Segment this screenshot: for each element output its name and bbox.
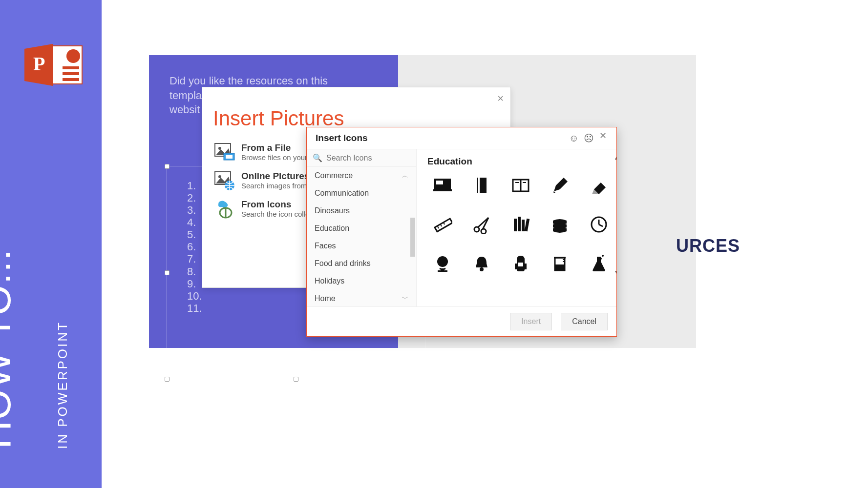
- background-resources-text: URCES: [676, 236, 740, 256]
- option-from-file-desc: Browse files on your c: [241, 153, 313, 162]
- feedback-happy-icon[interactable]: ☺: [569, 133, 579, 144]
- svg-marker-26: [553, 191, 556, 193]
- svg-rect-50: [525, 264, 527, 269]
- category-faces[interactable]: Faces: [307, 237, 416, 255]
- search-input[interactable]: [326, 154, 424, 163]
- svg-line-31: [441, 224, 442, 226]
- category-communication[interactable]: Communication: [307, 184, 416, 202]
- svg-rect-52: [555, 264, 565, 270]
- category-holidays[interactable]: Holidays: [307, 272, 416, 290]
- close-icon[interactable]: ✕: [595, 126, 611, 145]
- svg-rect-39: [522, 220, 525, 231]
- svg-rect-29: [435, 219, 452, 232]
- category-sidebar: 🔍 Commerce︿ Communication Dinosaurs Educ…: [307, 149, 417, 306]
- open-book-icon[interactable]: [506, 173, 536, 198]
- clock-icon[interactable]: [584, 212, 614, 237]
- left-brand-band: P HOW TO... IN POWERPOINT: [0, 0, 102, 488]
- svg-point-57: [602, 255, 604, 257]
- svg-point-34: [481, 229, 486, 234]
- svg-rect-40: [525, 219, 529, 232]
- svg-rect-4: [63, 78, 79, 81]
- scissors-icon[interactable]: [466, 212, 497, 237]
- beaker-icon[interactable]: [545, 251, 575, 276]
- howto-title: HOW TO...: [0, 248, 20, 449]
- option-icons-label: From Icons: [241, 199, 313, 210]
- option-icons-desc: Search the icon collec: [241, 210, 313, 218]
- svg-rect-18: [433, 189, 452, 191]
- scroll-down-icon[interactable]: ▾: [613, 268, 616, 275]
- svg-line-30: [438, 226, 439, 228]
- option-online-desc: Search images from o: [241, 182, 313, 190]
- powerpoint-logo-icon: P: [24, 43, 85, 87]
- chevron-down-icon: ﹀: [402, 294, 408, 303]
- howto-subtitle: IN POWERPOINT: [55, 321, 70, 449]
- category-dinosaurs[interactable]: Dinosaurs: [307, 202, 416, 220]
- svg-rect-3: [63, 72, 79, 75]
- svg-point-1: [66, 49, 80, 63]
- selected-category-title: Education: [427, 156, 614, 167]
- svg-rect-37: [514, 219, 517, 231]
- scroll-up-icon[interactable]: ▴: [613, 154, 616, 161]
- svg-line-32: [444, 223, 445, 224]
- file-picture-icon: [214, 142, 235, 162]
- backpack-icon[interactable]: [506, 251, 536, 276]
- globe-icon[interactable]: [427, 251, 458, 276]
- svg-marker-25: [554, 178, 568, 191]
- category-food-and-drinks[interactable]: Food and drinks: [307, 255, 416, 272]
- svg-point-44: [437, 256, 448, 267]
- svg-rect-49: [515, 264, 517, 269]
- svg-point-56: [600, 258, 602, 260]
- search-row[interactable]: 🔍: [307, 149, 416, 167]
- category-home[interactable]: Home﹀: [307, 290, 416, 306]
- bell-icon[interactable]: [466, 251, 497, 276]
- svg-line-35: [478, 218, 488, 227]
- close-icon[interactable]: ×: [497, 92, 504, 105]
- svg-rect-46: [438, 270, 447, 272]
- category-education[interactable]: Education: [307, 220, 416, 237]
- option-from-file-label: From a File: [241, 142, 313, 153]
- notebook-icon[interactable]: [466, 173, 497, 198]
- flask-icon[interactable]: [584, 251, 614, 276]
- chalkboard-icon[interactable]: [427, 173, 458, 198]
- ruler-icon[interactable]: [427, 212, 458, 237]
- feedback-sad-icon[interactable]: ☹: [584, 132, 594, 144]
- library-icon[interactable]: [506, 212, 536, 237]
- chevron-up-icon: ︿: [402, 171, 408, 180]
- eraser-icon[interactable]: [584, 173, 614, 198]
- svg-rect-2: [63, 66, 79, 69]
- icon-panel: Education ▴ ▾: [417, 149, 616, 306]
- search-icon: 🔍: [313, 153, 322, 163]
- icon-scrollbar[interactable]: ▴ ▾: [613, 154, 616, 276]
- svg-rect-45: [441, 268, 444, 270]
- numbered-list: 1. 2. 3. 4. 5. 6. 7. 8. 9. 10. 11.: [187, 180, 202, 314]
- stacked-books-icon[interactable]: [545, 212, 575, 237]
- svg-rect-38: [518, 217, 521, 231]
- insert-icons-dialog: ✕ Insert Icons ☺ ☹ 🔍 Commerce︿ Communica…: [306, 127, 617, 337]
- category-commerce[interactable]: Commerce︿: [307, 167, 416, 184]
- online-picture-icon: [214, 171, 235, 190]
- cancel-button[interactable]: Cancel: [561, 313, 608, 330]
- svg-rect-10: [226, 155, 233, 159]
- option-online-label: Online Pictures: [241, 171, 313, 182]
- svg-rect-17: [436, 181, 443, 184]
- svg-text:P: P: [33, 53, 45, 75]
- insert-button[interactable]: Insert: [510, 313, 552, 330]
- insert-icons-title: Insert Icons: [316, 133, 368, 143]
- category-scrollbar[interactable]: [410, 218, 415, 257]
- svg-point-47: [480, 267, 484, 271]
- svg-line-43: [599, 224, 603, 226]
- svg-rect-48: [518, 263, 523, 266]
- from-icons-icon: [214, 199, 235, 219]
- svg-rect-20: [478, 178, 480, 193]
- pencil-icon[interactable]: [545, 173, 575, 198]
